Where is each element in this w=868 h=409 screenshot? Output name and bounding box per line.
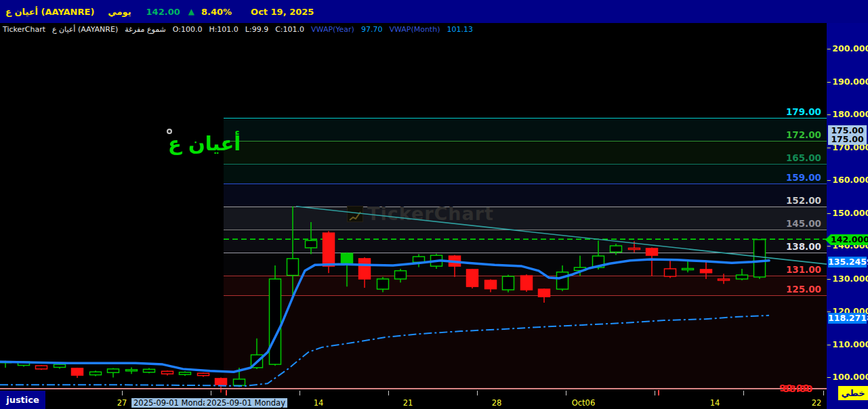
chart-annotation-text[interactable]: أعيان ع [168,132,241,155]
justice-button[interactable]: justice [0,391,45,409]
axis-tick [388,391,389,395]
candle-body [737,275,748,279]
date-label[interactable]: 14 [314,398,324,408]
level-label: 165.00 [774,152,821,163]
candle-body [306,240,317,248]
date-label-highlighted[interactable]: 2025-09-01 Monday [205,398,287,408]
axis-tick [566,391,566,395]
candle-body [144,369,155,372]
level-label: 159.00 [774,172,821,183]
date-label[interactable]: Oct06 [572,398,596,408]
candle-body [36,366,47,369]
y-axis-tick: –100.0000 [827,372,868,382]
axis-tick [823,391,824,395]
candle-body [215,379,227,385]
y-axis-tick: –150.0000 [827,208,868,218]
time-axis[interactable]: 272025-09-01 Monday2025-09-01 Monday1421… [0,396,827,409]
axis-tick [211,391,211,395]
candle-body [503,276,514,290]
axis-tick [743,391,744,395]
candle-body [90,372,102,374]
level-label: 145.00 [774,218,821,229]
candle-body [72,368,83,375]
candle-body [198,373,209,375]
price-tag: 142.0000 [831,234,868,245]
y-axis-tick: –180.0000 [827,109,868,119]
axis-tick [477,391,478,395]
candle-body [754,240,766,277]
candle-body [342,253,353,263]
price-axis-panel[interactable]: خطي –200.0000–190.0000–180.0000–170.0000… [827,23,868,409]
candle-body [287,259,299,276]
candle-body [485,280,497,289]
axis-tick [299,391,300,395]
candle-body [323,233,335,266]
level-label: 131.00 [774,264,821,275]
candle-body [162,371,173,374]
candle-body [395,271,407,279]
level-label-88: 88.00 [783,383,812,394]
candle-body [108,369,119,372]
date-label[interactable]: 14 [710,398,720,408]
candle-body [718,279,730,280]
axis-marker-red [658,390,659,395]
date-label[interactable]: 22 [812,398,822,408]
y-axis-tick: –200.0000 [827,43,868,53]
candle-body [665,269,676,276]
candle-body [539,289,550,297]
date-label[interactable]: 28 [492,398,502,408]
candle-body [377,279,389,289]
candle-body [54,364,66,367]
y-axis-tick: –190.0000 [827,77,868,87]
tickerchart-app: أعيان ع (AAYANRE) يومي 142.00 ▲ 8.40% Oc… [0,0,868,409]
price-tag: 175.00 [828,134,867,145]
trendline [296,207,833,265]
candle-body [180,372,191,374]
vwap-line [0,316,769,386]
candle-body [126,370,138,371]
candle-body [701,270,712,273]
axis-tick [122,391,123,395]
level-label: 179.00 [774,106,821,117]
moving-average-line [0,259,769,372]
candle-body [234,379,245,385]
candle-body [646,249,658,255]
y-axis-tick: –160.0000 [827,175,868,185]
date-label-highlighted[interactable]: 2025-09-01 Monday [131,398,214,408]
level-label: 125.00 [774,284,821,295]
price-tag: 118.2718 [828,313,867,324]
drawing-handle[interactable] [167,129,172,134]
candle-body [629,248,640,249]
candle-body [270,279,281,364]
candle-body [521,276,533,290]
y-axis-tick: –130.0000 [827,274,868,284]
y-axis-tick: –110.0000 [827,339,868,349]
level-label: 138.00 [774,241,821,252]
candle-body [557,272,569,289]
axis-marker-red [226,390,227,395]
date-label[interactable]: 27 [117,398,127,408]
linear-scale-button[interactable]: خطي [838,386,868,400]
candle-body [359,259,371,279]
date-label[interactable]: 21 [403,398,413,408]
level-label: 172.00 [774,129,821,140]
level-label: 152.00 [774,195,821,206]
candle-body [611,246,622,252]
axis-tick [655,391,655,395]
candle-body [682,268,694,270]
price-tag: 135.2459 [828,257,867,267]
candle-body [467,270,478,286]
support-line-88 [0,388,838,389]
